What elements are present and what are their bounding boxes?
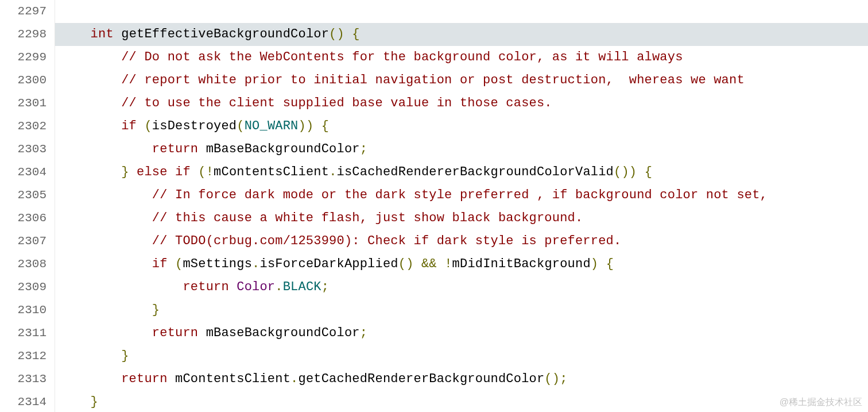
code-line-2308[interactable]: 2308 if (mSettings.isForceDarkApplied() … [0,253,868,276]
code-token: // report white prior to initial navigat… [121,73,745,87]
code-content[interactable]: return Color.BLACK; [55,276,868,299]
code-line-2310[interactable]: 2310 } [0,299,868,322]
code-token: getEffectiveBackgroundColor [114,27,329,41]
code-line-2299[interactable]: 2299 // Do not ask the WebContents for t… [0,46,868,69]
line-number[interactable]: 2307 [0,230,55,253]
code-token: if [121,119,137,133]
code-line-2314[interactable]: 2314 } [0,391,868,412]
code-token: BLACK [283,280,321,294]
code-token [191,165,198,179]
code-content[interactable]: // TODO(crbug.com/1253990): Check if dar… [55,230,868,253]
code-token: } [91,395,98,409]
code-content[interactable]: // report white prior to initial navigat… [55,69,868,92]
code-token: ; [360,326,367,340]
code-token [229,280,237,294]
line-number[interactable]: 2310 [0,299,55,322]
code-token: () [544,372,560,386]
code-line-2302[interactable]: 2302 if (isDestroyed(NO_WARN)) { [0,115,868,138]
indent [60,27,91,41]
code-token: ) [591,257,598,271]
code-token: isForceDarkApplied [259,257,398,271]
line-number[interactable]: 2297 [0,0,55,23]
code-token: ; [560,372,567,386]
code-token: mDidInitBackground [452,257,591,271]
code-content[interactable]: } [55,299,868,322]
code-token: ; [321,280,329,294]
line-number[interactable]: 2306 [0,207,55,230]
code-line-2297[interactable]: 2297 [0,0,868,23]
code-content[interactable]: } [55,391,868,412]
code-token: // Do not ask the WebContents for the ba… [121,50,683,64]
indent [60,96,121,110]
indent [60,257,152,271]
code-token [344,27,352,41]
code-token: && [421,257,437,271]
code-line-2304[interactable]: 2304 } else if (!mContentsClient.isCache… [0,161,868,184]
indent [60,349,121,363]
code-line-2306[interactable]: 2306 // this cause a white flash, just s… [0,207,868,230]
code-token: return [152,142,198,156]
code-content[interactable]: } [55,345,868,368]
code-line-2313[interactable]: 2313 return mContentsClient.getCachedRen… [0,368,868,391]
code-token: . [290,372,298,386]
code-token [637,165,644,179]
code-token: isDestroyed [152,119,237,133]
code-token: )) [299,119,314,133]
code-content[interactable]: return mBaseBackgroundColor; [55,138,868,161]
line-number[interactable]: 2314 [0,391,55,412]
code-token: // TODO(crbug.com/1253990): Check if dar… [152,234,622,248]
line-number[interactable]: 2301 [0,92,55,115]
line-number[interactable]: 2313 [0,368,55,391]
indent [60,280,183,294]
code-line-2298[interactable]: 2298 int getEffectiveBackgroundColor() { [0,23,868,46]
line-number[interactable]: 2298 [0,23,55,46]
code-token: () [329,27,344,41]
code-content[interactable]: if (mSettings.isForceDarkApplied() && !m… [55,253,868,276]
code-line-2307[interactable]: 2307 // TODO(crbug.com/1253990): Check i… [0,230,868,253]
code-content[interactable]: } else if (!mContentsClient.isCachedRend… [55,161,868,184]
line-number[interactable]: 2299 [0,46,55,69]
line-number[interactable]: 2300 [0,69,55,92]
code-token: { [352,27,359,41]
code-content[interactable]: // In force dark mode or the dark style … [55,184,868,207]
code-content[interactable]: return mBaseBackgroundColor; [55,322,868,345]
code-token: // In force dark mode or the dark style … [152,188,768,202]
code-token: { [645,165,652,179]
code-content[interactable]: if (isDestroyed(NO_WARN)) { [55,115,868,138]
code-token [168,257,175,271]
code-token: mContentsClient [168,372,290,386]
code-content[interactable]: // this cause a white flash, just show b… [55,207,868,230]
line-number[interactable]: 2303 [0,138,55,161]
code-content[interactable]: return mContentsClient.getCachedRenderer… [55,368,868,391]
line-number[interactable]: 2309 [0,276,55,299]
code-content[interactable]: // Do not ask the WebContents for the ba… [55,46,868,69]
code-line-2303[interactable]: 2303 return mBaseBackgroundColor; [0,138,868,161]
line-number[interactable]: 2312 [0,345,55,368]
code-line-2312[interactable]: 2312 } [0,345,868,368]
code-token: Color [237,280,275,294]
code-content[interactable]: // to use the client supplied base value… [55,92,868,115]
code-token [137,119,144,133]
code-token: mSettings [183,257,252,271]
code-line-2300[interactable]: 2300 // report white prior to initial na… [0,69,868,92]
line-number[interactable]: 2304 [0,161,55,184]
code-content[interactable]: int getEffectiveBackgroundColor() { [55,23,868,46]
code-token: // to use the client supplied base value… [121,96,552,110]
line-number[interactable]: 2302 [0,115,55,138]
code-token: int [91,27,114,41]
code-viewer[interactable]: 22972298 int getEffectiveBackgroundColor… [0,0,868,412]
line-number[interactable]: 2305 [0,184,55,207]
code-token [414,257,421,271]
line-number[interactable]: 2308 [0,253,55,276]
code-line-2309[interactable]: 2309 return Color.BLACK; [0,276,868,299]
code-token: } [121,165,129,179]
code-token [168,165,175,179]
code-line-2305[interactable]: 2305 // In force dark mode or the dark s… [0,184,868,207]
line-number[interactable]: 2311 [0,322,55,345]
code-token: return [121,372,167,386]
code-line-2301[interactable]: 2301 // to use the client supplied base … [0,92,868,115]
code-token [313,119,321,133]
code-token: ! [206,165,214,179]
code-line-2311[interactable]: 2311 return mBaseBackgroundColor; [0,322,868,345]
code-token: return [152,326,198,340]
